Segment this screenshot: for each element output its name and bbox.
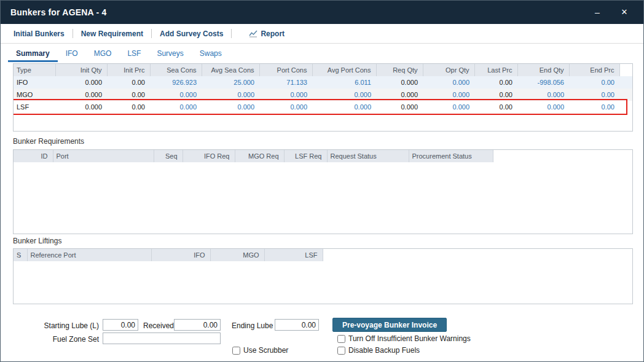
cell-init-qty[interactable]: 0.000 [55,76,107,89]
column-header-sea-cons[interactable]: Sea Cons [150,64,202,76]
tab-swaps[interactable]: Swaps [192,45,230,62]
minimize-button[interactable]: – [588,5,607,20]
cell-avg-port-cons[interactable]: 0.000 [312,89,376,101]
cell-avg-sea-cons[interactable]: 25.000 [202,76,259,89]
summary-row-mgo: MGO 0.000 0.00 0.000 0.000 0.000 0.000 0… [14,89,633,101]
column-header-reference-port[interactable]: Reference Port [27,249,151,261]
ending-lube-label: Ending Lube [232,320,273,331]
cell-type: IFO [14,76,55,89]
cell-init-prc[interactable]: 0.00 [107,76,150,89]
bunkers-window: Bunkers for AGENA - 4 – ✕ Initial Bunker… [0,0,644,362]
cell-avg-sea-cons[interactable]: 0.000 [202,89,259,101]
column-header-s[interactable]: S [14,249,27,261]
column-header-end-prc[interactable]: End Prc [569,64,619,76]
report-link[interactable]: Report [249,30,285,38]
cell-end-prc[interactable]: 0.00 [569,89,619,101]
cell-filler [619,76,633,89]
cell-end-qty[interactable]: 0.000 [517,89,569,101]
cell-port-cons[interactable]: 0.000 [259,101,312,113]
column-header-req-qty[interactable]: Req Qty [376,64,423,76]
tab-mgo[interactable]: MGO [86,45,120,62]
bunker-liftings-grid: S Reference Port IFO MGO LSF [13,248,633,304]
cell-last-prc[interactable]: 0.00 [474,101,517,113]
report-chart-icon [249,30,257,37]
column-header-request-status[interactable]: Request Status [327,150,409,162]
column-header-ifo[interactable]: IFO [151,249,210,261]
column-header-port-cons[interactable]: Port Cons [259,64,312,76]
disable-backup-fuels-checkbox[interactable]: Disable Backup Fuels [337,346,420,355]
cell-end-prc[interactable]: 0.00 [569,101,619,113]
cell-init-qty[interactable]: 0.000 [55,101,107,113]
use-scrubber-checkbox[interactable]: Use Scrubber [232,346,288,355]
new-requirement-link[interactable]: New Requirement [73,30,151,38]
ending-lube-input[interactable] [275,319,319,331]
cell-end-prc[interactable]: 0.00 [569,76,619,89]
tab-ifo[interactable]: IFO [58,45,86,62]
turn-off-insufficient-bunker-warnings-checkbox[interactable]: Turn Off Insufficient Bunker Warnings [337,334,471,343]
initial-bunkers-link[interactable]: Initial Bunkers [6,30,73,38]
checkbox-icon[interactable] [337,347,345,355]
column-header-init-prc[interactable]: Init Prc [107,64,150,76]
cell-opr-qty[interactable]: 0.000 [423,101,474,113]
window-title: Bunkers for AGENA - 4 [10,7,588,17]
bunker-requirements-title: Bunker Requirements [13,137,633,146]
column-header-lsf-req[interactable]: LSF Req [284,150,327,162]
column-header-id[interactable]: ID [14,150,53,162]
add-survey-costs-link[interactable]: Add Survey Costs [152,30,231,38]
column-header-procurement-status[interactable]: Procurement Status [409,150,493,162]
cell-last-prc[interactable]: 0.00 [474,89,517,101]
column-header-type[interactable]: Type [14,64,55,76]
cell-sea-cons[interactable]: 0.000 [150,101,202,113]
column-header-lsf[interactable]: LSF [264,249,323,261]
received-label: Received [143,320,174,331]
cell-init-prc[interactable]: 0.00 [107,101,150,113]
cell-end-qty[interactable]: -998.056 [517,76,569,89]
cell-sea-cons[interactable]: 0.000 [150,89,202,101]
minimize-icon: – [595,7,600,17]
cell-end-qty[interactable]: 0.000 [517,101,569,113]
cell-opr-qty[interactable]: 0.000 [423,76,474,89]
toolbar-separator [231,29,232,38]
summary-table: Type Init Qty Init Prc Sea Cons Avg Sea … [14,64,633,113]
column-header-mgo-req[interactable]: MGO Req [235,150,284,162]
cell-filler [619,89,633,101]
cell-req-qty[interactable]: 0.000 [376,76,423,89]
column-header-ifo-req[interactable]: IFO Req [183,150,235,162]
cell-opr-qty[interactable]: 0.000 [423,89,474,101]
fuel-zone-set-input[interactable] [103,332,221,344]
tab-surveys[interactable]: Surveys [149,45,191,62]
column-header-port[interactable]: Port [53,150,154,162]
column-header-mgo[interactable]: MGO [210,249,264,261]
column-header-end-qty[interactable]: End Qty [517,64,569,76]
bunker-requirements-grid: ID Port Seq IFO Req MGO Req LSF Req Requ… [13,149,633,234]
cell-sea-cons[interactable]: 926.923 [150,76,202,89]
received-input[interactable] [174,319,221,331]
content-area: Type Init Qty Init Prc Sea Cons Avg Sea … [1,62,643,362]
cell-avg-sea-cons[interactable]: 0.000 [202,101,259,113]
fuel-zone-set-label: Fuel Zone Set [13,334,99,345]
checkbox-icon[interactable] [232,347,240,355]
cell-init-qty[interactable]: 0.000 [55,89,107,101]
starting-lube-input[interactable] [103,319,138,331]
close-button[interactable]: ✕ [615,5,634,20]
tab-summary[interactable]: Summary [8,45,58,62]
column-header-avg-port-cons[interactable]: Avg Port Cons [312,64,376,76]
column-header-filler [619,64,633,76]
cell-avg-port-cons[interactable]: 6.011 [312,76,376,89]
cell-avg-port-cons[interactable]: 0.000 [312,101,376,113]
column-header-avg-sea-cons[interactable]: Avg Sea Cons [202,64,259,76]
title-bar: Bunkers for AGENA - 4 – ✕ [1,1,643,24]
column-header-seq[interactable]: Seq [154,150,183,162]
column-header-init-qty[interactable]: Init Qty [55,64,107,76]
pre-voyage-bunker-invoice-button[interactable]: Pre-voyage Bunker Invoice [332,318,447,332]
cell-port-cons[interactable]: 0.000 [259,89,312,101]
tab-lsf[interactable]: LSF [119,45,149,62]
cell-req-qty[interactable]: 0.000 [376,89,423,101]
cell-init-prc[interactable]: 0.00 [107,89,150,101]
cell-last-prc[interactable]: 0.00 [474,76,517,89]
cell-req-qty[interactable]: 0.000 [376,101,423,113]
column-header-opr-qty[interactable]: Opr Qty [423,64,474,76]
column-header-last-prc[interactable]: Last Prc [474,64,517,76]
checkbox-icon[interactable] [337,335,345,343]
cell-port-cons[interactable]: 71.133 [259,76,312,89]
